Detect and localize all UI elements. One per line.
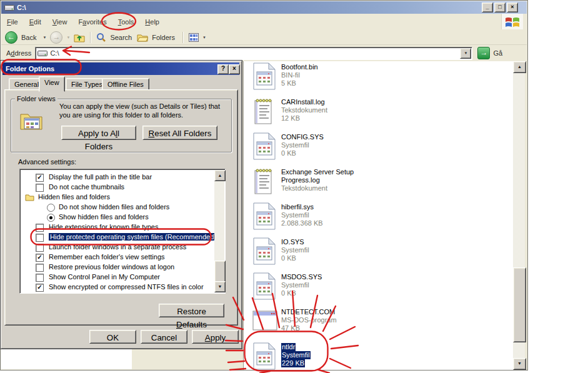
back-dropdown-icon[interactable]: ▼: [42, 36, 46, 39]
scroll-up-icon[interactable]: ▲: [513, 61, 526, 73]
menu-item-help[interactable]: Help: [139, 16, 165, 27]
file-item-ntldr[interactable]: ntldrSystemfil229 KB: [244, 342, 506, 373]
menu-item-edit[interactable]: Edit: [24, 16, 47, 27]
advanced-item-hide-extensions-for-known-file-types[interactable]: Hide extensions for known file types: [21, 222, 214, 232]
file-item-config-sys[interactable]: CONFIG.SYSSystemfil0 KB: [244, 132, 506, 166]
menu-item-file[interactable]: File: [1, 16, 24, 27]
dialog-title-bar: Folder Options: [2, 62, 239, 75]
apply-to-all-folders-button[interactable]: Apply to All Folders: [61, 126, 136, 140]
checkbox-icon[interactable]: [36, 244, 44, 252]
back-button[interactable]: ←: [5, 31, 17, 44]
scroll-down-icon[interactable]: ▼: [214, 281, 226, 292]
file-item-ntdetect-com[interactable]: NTDETECT.COMMS-DOS-program47 KB: [244, 307, 506, 341]
screenshot-root: C:\ _ □ × FileEditViewFavoritesToolsHelp…: [0, 0, 588, 373]
tab-view[interactable]: View: [39, 76, 65, 92]
file-item-carinstall-log[interactable]: CARInstall.logTekstdokument12 KB: [244, 97, 506, 131]
radio-selected-icon[interactable]: [47, 214, 55, 222]
scroll-down-icon[interactable]: ▼: [513, 358, 526, 370]
back-label[interactable]: Back: [21, 34, 36, 41]
selection-highlight: Systemfil: [281, 351, 311, 359]
file-item-io-sys[interactable]: IO.SYSSystemfil0 KB: [244, 237, 506, 271]
scrollbar-vertical[interactable]: ▲ ▼: [513, 61, 525, 370]
checkbox-checked-icon[interactable]: ✓: [36, 284, 44, 292]
menu-item-view[interactable]: View: [47, 16, 73, 27]
up-button[interactable]: [74, 32, 85, 42]
reset-all-folders-button[interactable]: Reset All Folders: [142, 126, 217, 140]
file-meta: Systemfil: [281, 351, 311, 359]
search-label[interactable]: Search: [110, 34, 132, 41]
address-input[interactable]: C:\ ▼: [35, 47, 472, 60]
close-icon[interactable]: ×: [229, 64, 240, 74]
file-icon-system: [252, 237, 276, 266]
apply-button[interactable]: Apply: [192, 330, 239, 344]
advanced-settings-list: ✓Display the full path in the title barD…: [19, 169, 226, 294]
advanced-item-hide-protected-operating-system-files-re[interactable]: Hide protected operating system files (R…: [21, 232, 214, 242]
file-item-text: IO.SYSSystemfil0 KB: [281, 238, 309, 262]
views-dropdown-icon[interactable]: ▼: [202, 36, 206, 39]
file-icon-system: [252, 342, 276, 371]
scrollbar-thumb[interactable]: [513, 267, 526, 342]
advanced-item-display-the-full-path-in-the-title-bar[interactable]: ✓Display the full path in the title bar: [21, 172, 214, 182]
menu-bar: FileEditViewFavoritesToolsHelp: [1, 14, 527, 31]
file-item-hiberfil-sys[interactable]: hiberfil.sysSystemfil2.088.368 KB: [244, 202, 506, 236]
advanced-item-label: Hide protected operating system files (R…: [49, 233, 217, 241]
advanced-item-show-control-panel-in-my-computer[interactable]: Show Control Panel in My Computer: [21, 272, 214, 282]
checkbox-icon[interactable]: [36, 224, 44, 232]
scrollbar-thumb[interactable]: [214, 261, 226, 283]
file-item-bootfont-bin[interactable]: Bootfont.binBIN-fil5 KB: [244, 62, 506, 96]
advanced-item-label: Display the full path in the title bar: [49, 173, 152, 181]
file-meta: BIN-fil: [281, 71, 318, 79]
file-name: Exchange Server Setup Progress.log: [281, 168, 380, 184]
drive-icon: [37, 50, 47, 57]
advanced-item-label: Do not cache thumbnails: [49, 183, 124, 191]
advanced-item-remember-each-folder-s-view-settings[interactable]: ✓Remember each folder's view settings: [21, 252, 214, 262]
checkbox-icon[interactable]: [36, 264, 44, 272]
scroll-up-icon[interactable]: ▲: [214, 170, 226, 181]
list-scrollbar[interactable]: ▲ ▼: [214, 170, 224, 292]
file-list-pane: Bootfont.binBIN-fil5 KBCARInstall.logTek…: [243, 61, 514, 370]
advanced-item-restore-previous-folder-windows-at-logon[interactable]: Restore previous folder windows at logon: [21, 262, 214, 272]
address-dropdown-icon[interactable]: ▼: [460, 48, 471, 59]
radio-icon[interactable]: [47, 204, 55, 212]
checkbox-icon[interactable]: [36, 184, 44, 192]
views-icon[interactable]: [189, 33, 199, 42]
maximize-icon[interactable]: □: [494, 2, 506, 12]
checkbox-icon[interactable]: [36, 234, 44, 242]
forward-button[interactable]: →: [50, 31, 62, 44]
forward-dropdown-icon[interactable]: ▼: [66, 36, 70, 39]
go-label[interactable]: Gå: [493, 49, 502, 57]
folders-icon[interactable]: [137, 33, 148, 42]
cancel-button[interactable]: Cancel: [141, 330, 187, 344]
file-meta: Tekstdokument: [281, 184, 380, 192]
checkbox-checked-icon[interactable]: ✓: [36, 254, 44, 262]
folders-label[interactable]: Folders: [152, 34, 175, 41]
restore-defaults-button[interactable]: Restore Defaults: [159, 304, 224, 317]
dialog-title: Folder Options: [6, 65, 54, 72]
menu-item-tools[interactable]: Tools: [112, 16, 140, 27]
file-meta: Systemfil: [281, 281, 322, 289]
folder-views-icon: [19, 111, 43, 132]
checkbox-checked-icon[interactable]: ✓: [36, 174, 44, 182]
close-icon[interactable]: ×: [507, 2, 518, 12]
file-meta: 229 KB: [281, 359, 311, 367]
file-item-exchange-server-setup-progress-log[interactable]: Exchange Server Setup Progress.logTekstd…: [244, 167, 506, 201]
advanced-item-do-not-cache-thumbnails[interactable]: Do not cache thumbnails: [21, 182, 214, 192]
menu-item-favorites[interactable]: Favorites: [72, 16, 112, 27]
advanced-item-hidden-files-and-folders[interactable]: Hidden files and folders: [21, 192, 214, 202]
advanced-item-label: Hidden files and folders: [38, 193, 110, 201]
search-icon[interactable]: [96, 32, 106, 42]
address-value: C:\: [50, 49, 59, 57]
ok-button[interactable]: OK: [89, 330, 136, 344]
advanced-item-do-not-show-hidden-files-and-folders[interactable]: Do not show hidden files and folders: [21, 202, 214, 212]
minimize-icon[interactable]: _: [482, 2, 493, 12]
advanced-item-launch-folder-windows-in-a-separate-proc[interactable]: Launch folder windows in a separate proc…: [21, 242, 214, 252]
go-button[interactable]: →: [477, 47, 490, 59]
advanced-item-label: Hide extensions for known file types: [49, 223, 158, 231]
file-item-msdos-sys[interactable]: MSDOS.SYSSystemfil0 KB: [244, 272, 506, 306]
advanced-item-show-hidden-files-and-folders[interactable]: Show hidden files and folders: [21, 212, 214, 222]
file-item-text: MSDOS.SYSSystemfil0 KB: [281, 273, 322, 297]
advanced-item-label: Do not show hidden files and folders: [59, 203, 169, 211]
help-icon[interactable]: ?: [217, 64, 229, 74]
advanced-item-show-encrypted-or-compressed-ntfs-files-[interactable]: ✓Show encrypted or compressed NTFS files…: [21, 282, 214, 292]
checkbox-icon[interactable]: [36, 274, 44, 282]
